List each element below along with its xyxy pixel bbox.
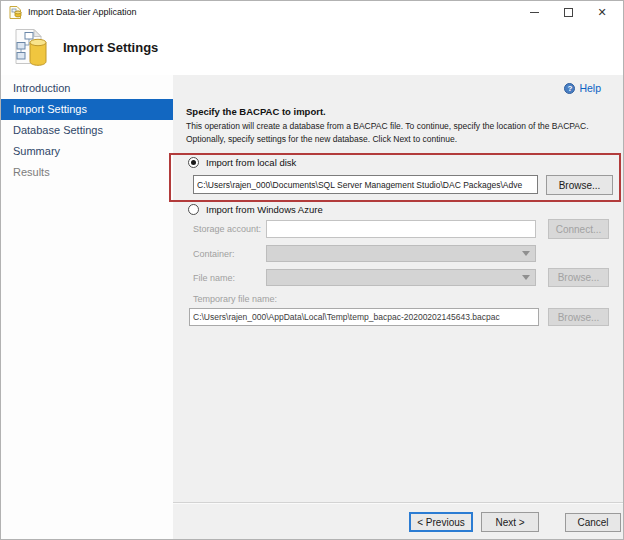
container-label: Container: xyxy=(193,249,235,259)
windows-azure-radio-row[interactable]: Import from Windows Azure xyxy=(188,204,323,215)
temporary-file-name-label: Temporary file name: xyxy=(193,294,277,304)
window-title: Import Data-tier Application xyxy=(28,7,137,17)
database-document-icon xyxy=(13,28,51,70)
sidebar-item-results: Results xyxy=(1,162,173,183)
title-bar: Import Data-tier Application ✕ xyxy=(1,1,623,23)
section-description: This operation will create a database fr… xyxy=(186,120,624,146)
local-disk-radio-row[interactable]: Import from local disk xyxy=(188,157,296,168)
minimize-button[interactable] xyxy=(517,1,551,23)
storage-account-input xyxy=(266,220,536,238)
windows-azure-radio-unselected-icon[interactable] xyxy=(188,204,199,215)
maximize-button[interactable] xyxy=(551,1,585,23)
file-name-select xyxy=(266,269,536,286)
import-settings-page: ? Help Specify the BACPAC to import. Thi… xyxy=(173,75,623,539)
sidebar-item-database-settings[interactable]: Database Settings xyxy=(1,120,173,141)
close-button[interactable]: ✕ xyxy=(585,1,619,23)
help-label: Help xyxy=(579,82,601,94)
help-icon: ? xyxy=(564,83,575,94)
window-controls: ✕ xyxy=(517,1,619,23)
close-icon: ✕ xyxy=(597,7,606,18)
bacpac-path-input[interactable] xyxy=(193,175,538,194)
chevron-down-icon xyxy=(522,275,530,280)
sidebar-item-import-settings[interactable]: Import Settings xyxy=(1,99,173,120)
azure-browse-button: Browse... xyxy=(548,268,609,287)
wizard-header: Import Settings xyxy=(1,23,623,75)
storage-account-label: Storage account: xyxy=(193,224,261,234)
windows-azure-radio-label: Import from Windows Azure xyxy=(206,204,323,215)
chevron-down-icon xyxy=(522,251,530,256)
maximize-icon xyxy=(564,8,573,17)
minimize-icon xyxy=(530,12,539,13)
temporary-file-name-input[interactable] xyxy=(189,308,539,326)
app-icon xyxy=(9,6,22,19)
section-heading: Specify the BACPAC to import. xyxy=(186,106,326,117)
footer-divider xyxy=(173,502,623,504)
import-data-tier-application-dialog: Import Data-tier Application ✕ Import Se… xyxy=(0,0,624,540)
cancel-button[interactable]: Cancel xyxy=(565,513,621,532)
connect-button: Connect... xyxy=(548,219,609,239)
file-name-label: File name: xyxy=(193,273,235,283)
help-link[interactable]: ? Help xyxy=(564,82,601,94)
wizard-steps-sidebar: Introduction Import Settings Database Se… xyxy=(1,75,173,539)
temporary-file-browse-button: Browse... xyxy=(548,308,609,326)
page-title: Import Settings xyxy=(63,40,158,55)
local-disk-radio-label: Import from local disk xyxy=(206,157,296,168)
local-disk-radio-selected-icon[interactable] xyxy=(188,157,199,168)
local-disk-browse-button[interactable]: Browse... xyxy=(546,175,613,195)
container-select xyxy=(266,245,536,262)
previous-button[interactable]: < Previous xyxy=(409,512,473,532)
sidebar-item-summary[interactable]: Summary xyxy=(1,141,173,162)
next-button[interactable]: Next > xyxy=(481,512,539,532)
sidebar-item-introduction[interactable]: Introduction xyxy=(1,78,173,99)
